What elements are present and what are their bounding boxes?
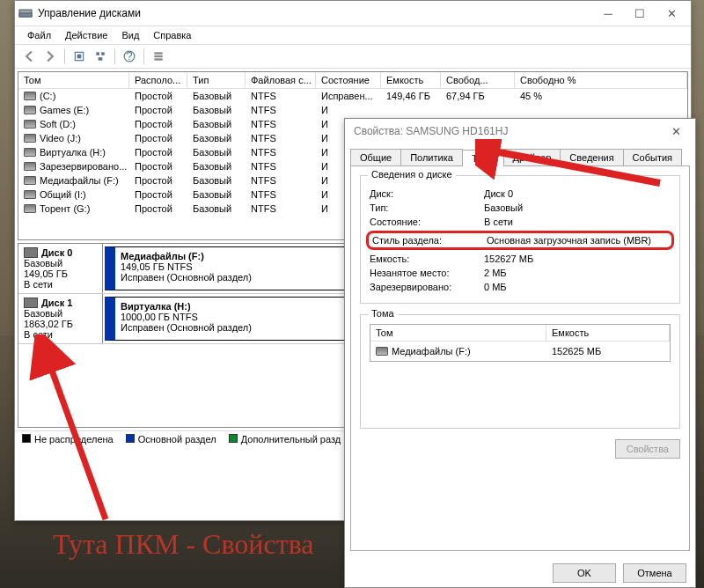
svg-rect-10 [154, 55, 162, 57]
cancel-button[interactable]: Отмена [623, 563, 686, 583]
col-layout[interactable]: Располо... [129, 72, 187, 88]
disk-info-group: Сведения о диске Диск:Диск 0 Тип:Базовый… [360, 175, 680, 304]
forward-button[interactable] [41, 48, 59, 65]
tab-events[interactable]: События [623, 149, 682, 165]
toolbar: ? [15, 45, 691, 69]
svg-rect-6 [99, 57, 103, 61]
col-free[interactable]: Свобод... [441, 72, 515, 88]
svg-rect-11 [154, 58, 162, 60]
props-tabs: Общие Политика Тома Драйвер Сведения Соб… [345, 143, 695, 165]
maximize-button[interactable]: ☐ [624, 4, 656, 23]
col-cap[interactable]: Емкость [381, 72, 441, 88]
svg-rect-9 [154, 52, 162, 54]
menu-action[interactable]: Действие [58, 28, 114, 42]
props-titlebar: Свойства: SAMSUNG HD161HJ ✕ [345, 119, 695, 143]
col-fs[interactable]: Файловая с... [246, 72, 316, 88]
topology-icon[interactable] [92, 48, 109, 65]
col-volume[interactable]: Том [18, 72, 129, 88]
volumes-group: Тома ТомЕмкость Медиафайлы (F:) 152625 М… [360, 314, 680, 429]
tab-policy[interactable]: Политика [400, 149, 463, 165]
tab-volumes[interactable]: Тома [462, 150, 504, 166]
annotation-text: Тута ПКМ - Свойства [53, 528, 314, 561]
disk-icon [24, 247, 38, 258]
props-title: Свойства: SAMSUNG HD161HJ [348, 125, 660, 137]
col-status[interactable]: Состояние [316, 72, 381, 88]
minimize-button[interactable]: ─ [592, 4, 624, 23]
list-icon[interactable] [150, 48, 167, 65]
menu-help[interactable]: Справка [146, 28, 198, 42]
volume-row[interactable]: Games (E:)ПростойБазовыйNTFSИ [18, 103, 687, 117]
menu-view[interactable]: Вид [114, 28, 146, 42]
svg-rect-3 [77, 55, 82, 59]
svg-rect-4 [96, 52, 99, 55]
disk-icon [24, 298, 38, 308]
ok-button[interactable]: OK [553, 563, 616, 583]
tab-general[interactable]: Общие [350, 149, 401, 165]
properties-dialog: Свойства: SAMSUNG HD161HJ ✕ Общие Полити… [344, 118, 696, 588]
volume-properties-button[interactable]: Свойства [615, 439, 680, 459]
close-button[interactable]: ✕ [656, 4, 687, 23]
svg-rect-1 [19, 13, 32, 17]
menubar: Файл Действие Вид Справка [15, 26, 691, 45]
back-button[interactable] [20, 48, 38, 65]
refresh-icon[interactable] [70, 48, 88, 65]
partition-style-row: Стиль раздела:Основная загрузочная запис… [366, 231, 674, 250]
col-freepct[interactable]: Свободно % [515, 72, 687, 88]
menu-file[interactable]: Файл [20, 28, 58, 42]
titlebar: Управление дисками ─ ☐ ✕ [15, 1, 691, 26]
volume-row[interactable]: Медиафайлы (F:) 152625 МБ [370, 342, 670, 361]
app-icon [18, 6, 33, 20]
props-close-button[interactable]: ✕ [660, 121, 692, 141]
tab-driver[interactable]: Драйвер [503, 149, 561, 165]
tab-details[interactable]: Сведения [560, 149, 623, 165]
svg-text:?: ? [126, 50, 132, 62]
svg-rect-5 [101, 52, 105, 55]
window-title: Управление дисками [38, 7, 592, 19]
col-type[interactable]: Тип [187, 72, 246, 88]
volume-row[interactable]: (C:)ПростойБазовыйNTFSИсправен...149,46 … [18, 89, 687, 103]
help-icon[interactable]: ? [121, 48, 138, 65]
